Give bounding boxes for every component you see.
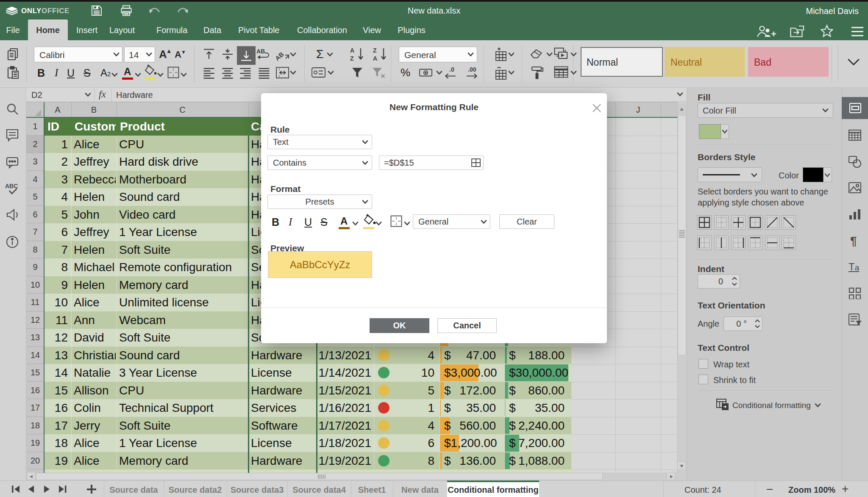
- svg-text:ABC: ABC: [5, 183, 18, 189]
- svg-text:.00: .00: [468, 67, 476, 73]
- svg-text:A: A: [373, 55, 377, 61]
- svg-text:.0: .0: [449, 67, 454, 73]
- svg-text:AB: AB: [276, 50, 285, 61]
- svg-text:AB: AB: [256, 48, 265, 55]
- svg-text:A: A: [350, 47, 354, 54]
- svg-text:Z: Z: [373, 47, 377, 54]
- svg-text:Z: Z: [350, 55, 354, 61]
